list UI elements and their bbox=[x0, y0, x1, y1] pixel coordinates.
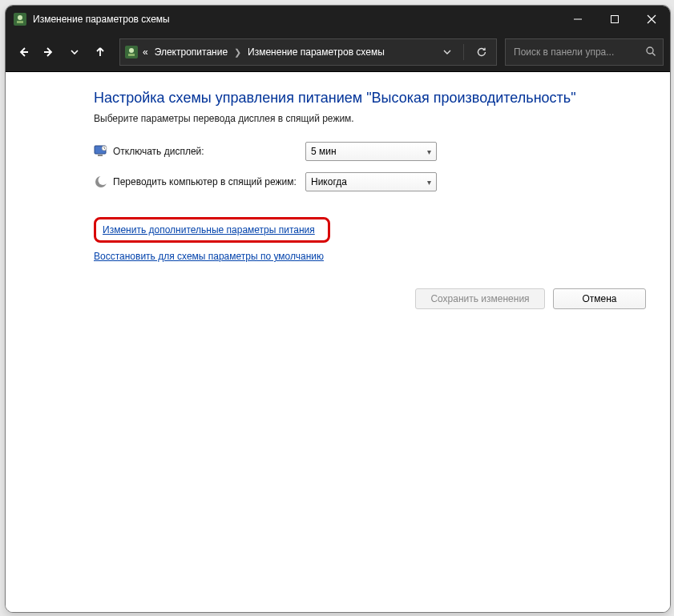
advanced-settings-link[interactable]: Изменить дополнительные параметры питани… bbox=[103, 224, 315, 236]
select-value: Никогда bbox=[311, 176, 347, 187]
maximize-button[interactable] bbox=[596, 6, 633, 33]
chevron-down-icon: ▾ bbox=[427, 147, 431, 156]
window-title: Изменение параметров схемы bbox=[33, 14, 170, 25]
svg-rect-3 bbox=[574, 19, 582, 20]
page-title: Настройка схемы управления питанием "Выс… bbox=[94, 90, 654, 107]
back-button[interactable] bbox=[12, 40, 34, 64]
cancel-button[interactable]: Отмена bbox=[553, 288, 646, 309]
svg-rect-11 bbox=[128, 54, 135, 56]
chevron-down-icon: ▾ bbox=[427, 178, 431, 187]
address-icon bbox=[125, 46, 138, 58]
display-off-select[interactable]: 5 мин ▾ bbox=[305, 142, 437, 161]
setting-label: Переводить компьютер в спящий режим: bbox=[113, 176, 305, 187]
history-dropdown-button[interactable] bbox=[63, 40, 86, 64]
breadcrumb: « Электропитание ❯ Изменение параметров … bbox=[143, 46, 385, 58]
minimize-button[interactable] bbox=[559, 6, 596, 33]
svg-point-12 bbox=[647, 47, 653, 54]
window: Изменение параметров схемы bbox=[5, 5, 671, 613]
content-area: Настройка схемы управления питанием "Выс… bbox=[6, 72, 670, 612]
forward-button[interactable] bbox=[38, 40, 60, 64]
setting-label: Отключать дисплей: bbox=[113, 146, 305, 157]
address-dropdown-button[interactable] bbox=[438, 41, 457, 63]
breadcrumb-item[interactable]: Изменение параметров схемы bbox=[248, 46, 385, 58]
save-button: Сохранить изменения bbox=[415, 288, 545, 309]
svg-point-1 bbox=[18, 15, 22, 20]
search-input[interactable] bbox=[512, 46, 645, 58]
svg-point-20 bbox=[99, 175, 108, 185]
chevron-right-icon: ❯ bbox=[234, 47, 241, 58]
restore-defaults-link[interactable]: Восстановить для схемы параметры по умол… bbox=[94, 251, 324, 262]
sleep-select[interactable]: Никогда ▾ bbox=[305, 172, 437, 191]
monitor-icon bbox=[94, 144, 108, 159]
page-subtitle: Выберите параметры перевода дисплея в сп… bbox=[94, 113, 654, 124]
svg-rect-4 bbox=[611, 16, 619, 23]
select-value: 5 мин bbox=[311, 146, 337, 157]
refresh-button[interactable] bbox=[472, 41, 491, 63]
annotation-highlight: Изменить дополнительные параметры питани… bbox=[94, 217, 330, 243]
up-button[interactable] bbox=[89, 40, 111, 64]
nav-bar: « Электропитание ❯ Изменение параметров … bbox=[6, 33, 670, 72]
app-icon bbox=[14, 13, 26, 26]
address-bar[interactable]: « Электропитание ❯ Изменение параметров … bbox=[119, 38, 497, 66]
setting-sleep: Переводить компьютер в спящий режим: Ник… bbox=[94, 172, 654, 191]
breadcrumb-prefix: « bbox=[143, 46, 148, 58]
title-bar: Изменение параметров схемы bbox=[6, 6, 670, 33]
footer-buttons: Сохранить изменения Отмена bbox=[6, 279, 670, 319]
moon-icon bbox=[94, 175, 108, 189]
svg-rect-15 bbox=[98, 155, 103, 156]
close-button[interactable] bbox=[633, 6, 670, 33]
search-box[interactable] bbox=[505, 38, 664, 66]
setting-display-off: Отключать дисплей: 5 мин ▾ bbox=[94, 142, 654, 161]
search-icon[interactable] bbox=[645, 46, 656, 59]
svg-point-10 bbox=[129, 48, 134, 53]
svg-rect-2 bbox=[17, 21, 23, 23]
breadcrumb-item[interactable]: Электропитание bbox=[155, 46, 228, 58]
svg-line-13 bbox=[652, 53, 656, 56]
